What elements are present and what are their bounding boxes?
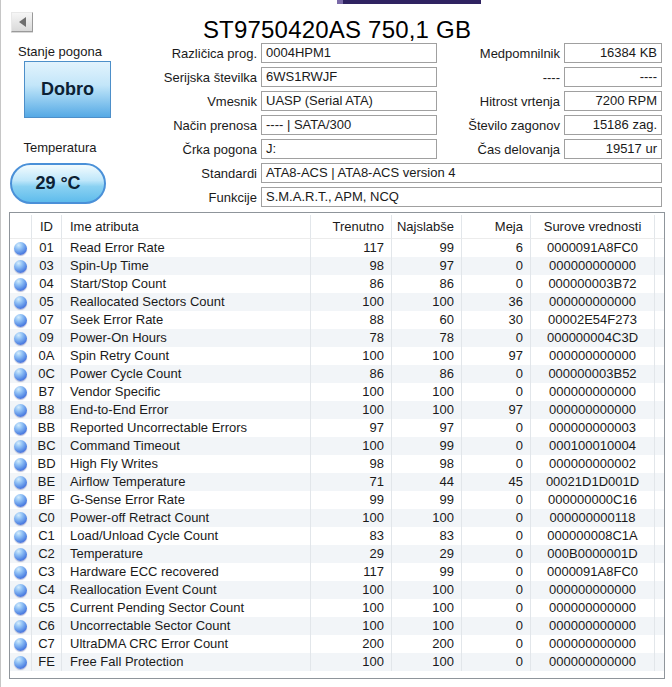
- cell-worst: 100: [392, 581, 462, 599]
- smart-row[interactable]: C3Hardware ECC recovered1179900000091A8F…: [10, 563, 664, 581]
- cell-id: 0C: [32, 365, 62, 383]
- cell-worst: 44: [392, 473, 462, 491]
- status-orb-icon: [14, 566, 27, 579]
- smart-row[interactable]: B7Vendor Specific1001000000000000000: [10, 383, 664, 401]
- cell-spacer: [655, 653, 664, 671]
- smart-row[interactable]: 01Read Error Rate1179960000091A8FC0: [10, 239, 664, 257]
- header-cell-attribute-name[interactable]: Ime atributa: [62, 215, 311, 239]
- cell-attribute-name: Load/Unload Cycle Count: [62, 527, 311, 545]
- smart-row[interactable]: FEFree Fall Protection100100000000000000…: [10, 653, 664, 671]
- status-orb-icon: [14, 458, 27, 471]
- cell-worst: 99: [392, 563, 462, 581]
- cell-threshold: 97: [462, 347, 531, 365]
- smart-row[interactable]: 09Power-On Hours78780000000004C3D: [10, 329, 664, 347]
- cell-status: [10, 311, 32, 329]
- cell-status: [10, 563, 32, 581]
- field-label: Hitrost vrtenja: [441, 94, 564, 109]
- cell-id: BF: [32, 491, 62, 509]
- cell-current: 86: [311, 365, 392, 383]
- smart-row[interactable]: C6Uncorrectable Sector Count100100000000…: [10, 617, 664, 635]
- status-orb-icon: [14, 476, 27, 489]
- smart-row[interactable]: BDHigh Fly Writes98980000000000002: [10, 455, 664, 473]
- cell-threshold: 0: [462, 419, 531, 437]
- status-orb-icon: [14, 404, 27, 417]
- cell-raw-value: 000000000000: [531, 617, 655, 635]
- cell-id: C3: [32, 563, 62, 581]
- field-value-box: 0004HPM1: [261, 43, 437, 63]
- cell-id: 04: [32, 275, 62, 293]
- cell-raw-value: 000000000118: [531, 509, 655, 527]
- cell-attribute-name: Hardware ECC recovered: [62, 563, 311, 581]
- cell-spacer: [655, 257, 664, 275]
- cell-id: 03: [32, 257, 62, 275]
- status-orb-icon: [14, 656, 27, 669]
- cell-status: [10, 527, 32, 545]
- cell-current: 100: [311, 401, 392, 419]
- header-cell-id[interactable]: ID: [32, 215, 62, 239]
- cell-worst: 100: [392, 383, 462, 401]
- smart-row[interactable]: C7UltraDMA CRC Error Count20020000000000…: [10, 635, 664, 653]
- header-cell-current[interactable]: Trenutno: [311, 215, 392, 239]
- smart-row[interactable]: 0ASpin Retry Count10010097000000000000: [10, 347, 664, 365]
- smart-row[interactable]: B8End-to-End Error10010097000000000000: [10, 401, 664, 419]
- header-cell-threshold[interactable]: Meja: [462, 215, 531, 239]
- cell-worst: 97: [392, 257, 462, 275]
- cell-spacer: [655, 437, 664, 455]
- cell-current: 98: [311, 455, 392, 473]
- smart-row[interactable]: 0CPower Cycle Count86860000000003B52: [10, 365, 664, 383]
- field-value-box: S.M.A.R.T., APM, NCQ: [261, 187, 662, 207]
- cell-current: 100: [311, 293, 392, 311]
- header-cell-status[interactable]: [10, 215, 32, 239]
- cell-spacer: [655, 581, 664, 599]
- status-orb-icon: [14, 332, 27, 345]
- smart-row[interactable]: BEAirflow Temperature71444500021D1D001D: [10, 473, 664, 491]
- cell-status: [10, 365, 32, 383]
- cell-current: 100: [311, 347, 392, 365]
- smart-row[interactable]: C4Reallocation Event Count10010000000000…: [10, 581, 664, 599]
- cell-status: [10, 419, 32, 437]
- smart-row[interactable]: C1Load/Unload Cycle Count83830000000008C…: [10, 527, 664, 545]
- cell-spacer: [655, 293, 664, 311]
- status-orb-icon: [14, 602, 27, 615]
- cell-attribute-name: Temperature: [62, 545, 311, 563]
- cell-threshold: 97: [462, 401, 531, 419]
- smart-table: IDIme atributaTrenutnoNajslabšeMejaSurov…: [9, 212, 665, 679]
- cell-raw-value: 000000000000: [531, 383, 655, 401]
- field-label: Serijska številka: [1, 70, 261, 85]
- smart-row[interactable]: BCCommand Timeout100990000100010004: [10, 437, 664, 455]
- smart-row[interactable]: 03Spin-Up Time98970000000000000: [10, 257, 664, 275]
- cell-threshold: 0: [462, 563, 531, 581]
- header-cell-raw-value[interactable]: Surove vrednosti: [531, 215, 655, 239]
- cell-attribute-name: G-Sense Error Rate: [62, 491, 311, 509]
- cell-raw-value: 00002E54F273: [531, 311, 655, 329]
- cell-status: [10, 293, 32, 311]
- cell-spacer: [655, 617, 664, 635]
- smart-row[interactable]: 07Seek Error Rate88603000002E54F273: [10, 311, 664, 329]
- smart-row[interactable]: 04Start/Stop Count86860000000003B72: [10, 275, 664, 293]
- cell-id: C0: [32, 509, 62, 527]
- cell-status: [10, 401, 32, 419]
- status-orb-icon: [14, 512, 27, 525]
- smart-row[interactable]: BBReported Uncorrectable Errors979700000…: [10, 419, 664, 437]
- smart-row[interactable]: C5Current Pending Sector Count1001000000…: [10, 599, 664, 617]
- cell-worst: 98: [392, 455, 462, 473]
- smart-row[interactable]: C2Temperature29290000B0000001D: [10, 545, 664, 563]
- cell-raw-value: 000000000000: [531, 257, 655, 275]
- header-cell-worst[interactable]: Najslabše: [392, 215, 462, 239]
- smart-row[interactable]: 05Reallocated Sectors Count1001003600000…: [10, 293, 664, 311]
- cell-current: 98: [311, 257, 392, 275]
- cell-id: C2: [32, 545, 62, 563]
- field-label: Standardi: [1, 166, 261, 181]
- smart-row[interactable]: C0Power-off Retract Count100100000000000…: [10, 509, 664, 527]
- status-orb-icon: [14, 422, 27, 435]
- cell-spacer: [655, 383, 664, 401]
- cell-attribute-name: Reallocation Event Count: [62, 581, 311, 599]
- cell-status: [10, 545, 32, 563]
- smart-row[interactable]: BFG-Sense Error Rate99990000000000C16: [10, 491, 664, 509]
- cell-threshold: 0: [462, 329, 531, 347]
- cell-status: [10, 491, 32, 509]
- cell-id: B7: [32, 383, 62, 401]
- cell-threshold: 0: [462, 527, 531, 545]
- cell-worst: 86: [392, 365, 462, 383]
- cell-status: [10, 455, 32, 473]
